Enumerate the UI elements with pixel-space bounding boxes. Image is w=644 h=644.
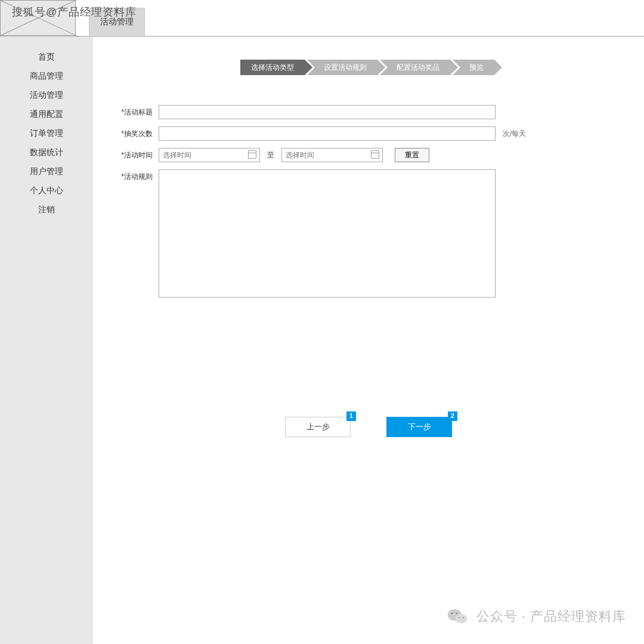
label-activity-rules: *活动规则 <box>117 169 153 182</box>
prev-button-wrap: 1 上一步 <box>285 417 351 437</box>
input-draw-count[interactable] <box>159 126 496 141</box>
watermark-bottom: 公众号 · 产品经理资料库 <box>447 606 626 627</box>
sidebar-item-home[interactable]: 首页 <box>0 48 93 67</box>
svg-point-4 <box>458 617 459 618</box>
row-activity-rules: *活动规则 <box>117 169 620 298</box>
sidebar-item-config[interactable]: 通用配置 <box>0 105 93 124</box>
svg-point-3 <box>456 612 457 614</box>
next-button[interactable]: 下一步 <box>386 417 452 437</box>
label-activity-title: *活动标题 <box>117 105 153 117</box>
step-preview: 预览 <box>453 60 494 75</box>
watermark-top: 搜狐号@产品经理资料库 <box>12 5 137 19</box>
svg-point-1 <box>455 614 467 624</box>
step-select-type: 选择活动类型 <box>240 60 305 75</box>
sidebar-item-stats[interactable]: 数据统计 <box>0 143 93 162</box>
action-row: 1 上一步 2 下一步 <box>117 417 620 437</box>
sidebar-item-logout[interactable]: 注销 <box>0 200 93 219</box>
badge-prev: 1 <box>346 411 356 421</box>
next-button-wrap: 2 下一步 <box>386 417 452 437</box>
sidebar-item-profile[interactable]: 个人中心 <box>0 181 93 200</box>
reset-button[interactable]: 重置 <box>395 148 429 162</box>
label-activity-time: *活动时间 <box>117 148 153 160</box>
input-end-time[interactable] <box>281 148 383 162</box>
svg-point-5 <box>462 617 463 618</box>
main-content: 选择活动类型 设置活动规则 配置活动奖品 预览 *活动标题 *抽奖次数 次/每天… <box>93 37 644 455</box>
textarea-activity-rules[interactable] <box>159 169 496 298</box>
calendar-icon <box>371 150 379 159</box>
sidebar-item-user[interactable]: 用户管理 <box>0 162 93 181</box>
wechat-icon <box>447 606 468 627</box>
step-set-rules: 设置活动规则 <box>307 60 377 75</box>
sidebar: 首页 商品管理 活动管理 通用配置 订单管理 数据统计 用户管理 个人中心 注销 <box>0 37 93 644</box>
row-activity-time: *活动时间 至 重置 <box>117 148 620 162</box>
calendar-icon <box>248 150 256 159</box>
time-separator: 至 <box>267 148 274 160</box>
input-start-time[interactable] <box>159 148 260 162</box>
step-progress: 选择活动类型 设置活动规则 配置活动奖品 预览 <box>117 60 620 75</box>
row-activity-title: *活动标题 <box>117 105 620 119</box>
prev-button[interactable]: 上一步 <box>285 417 351 437</box>
sidebar-item-product[interactable]: 商品管理 <box>0 67 93 86</box>
badge-next: 2 <box>448 411 457 421</box>
sidebar-item-activity[interactable]: 活动管理 <box>0 86 93 105</box>
end-time-wrap <box>281 148 383 162</box>
svg-point-2 <box>451 612 453 614</box>
step-config-prize: 配置活动奖品 <box>380 60 450 75</box>
sidebar-item-order[interactable]: 订单管理 <box>0 124 93 143</box>
watermark-bottom-text: 公众号 · 产品经理资料库 <box>476 608 626 626</box>
row-draw-count: *抽奖次数 次/每天 <box>117 126 620 141</box>
label-draw-count: *抽奖次数 <box>117 126 153 139</box>
input-activity-title[interactable] <box>159 105 496 119</box>
suffix-draw-count: 次/每天 <box>503 126 526 139</box>
start-time-wrap <box>159 148 260 162</box>
